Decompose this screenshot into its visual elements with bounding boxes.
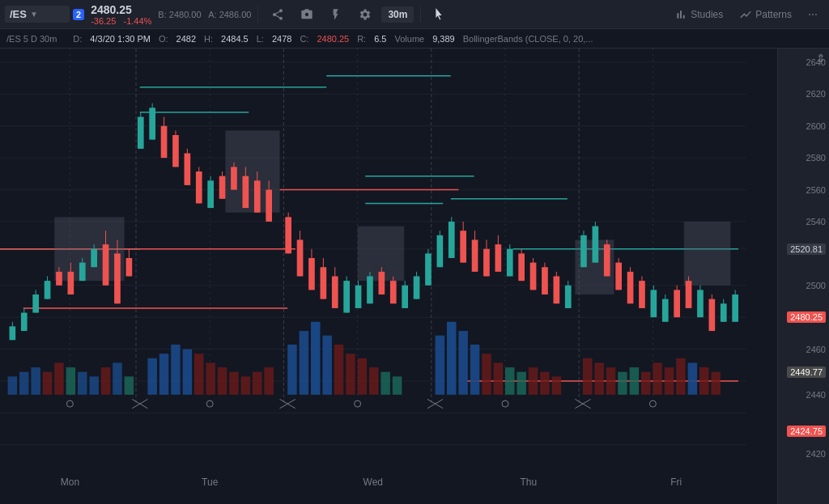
svg-rect-154 [379,272,385,294]
high-val: 2484.5 [221,34,249,44]
chart-canvas[interactable]: Mon Tue Wed Thu Fri [0,49,777,504]
price-2440: 2440 [806,390,826,400]
svg-rect-71 [470,345,480,395]
price-change: -36.25 -1.44% [91,16,151,26]
symbol-text: /ES [10,8,27,20]
price-2420: 2420 [806,449,826,459]
studies-button[interactable]: Studies [668,5,729,24]
svg-rect-162 [425,253,432,285]
svg-rect-208 [697,290,704,317]
svg-rect-170 [472,239,478,271]
svg-rect-110 [114,253,121,303]
svg-rect-85 [653,362,662,394]
price-2600: 2600 [806,121,826,131]
svg-rect-120 [172,135,179,167]
svg-rect-94 [21,313,28,332]
bid-ask-display: B: 2480.00 A: 2486.00 [158,10,251,19]
svg-rect-67 [393,376,402,395]
sep1 [257,6,258,23]
svg-rect-89 [699,367,709,395]
gear-icon [359,8,372,21]
svg-rect-62 [334,345,344,395]
svg-rect-174 [495,244,502,272]
share-button[interactable] [265,5,291,24]
svg-rect-118 [161,126,168,158]
settings-button[interactable] [352,5,378,24]
svg-rect-114 [138,116,144,148]
svg-rect-40 [54,362,64,394]
dropdown-icon: ▼ [30,10,38,19]
svg-rect-200 [651,290,657,317]
svg-rect-41 [66,367,76,395]
svg-rect-64 [358,358,368,395]
svg-rect-112 [126,258,133,277]
more-button[interactable]: ⋯ [801,6,824,23]
svg-rect-142 [308,258,315,290]
svg-rect-58 [287,345,297,395]
svg-rect-72 [482,354,491,395]
svg-rect-46 [125,376,134,395]
price-axis: 2640 2620 2600 2580 2560 2540 2520.81 25… [777,49,829,504]
svg-rect-57 [264,367,274,395]
svg-rect-168 [460,231,466,262]
svg-rect-166 [449,222,455,258]
svg-rect-38 [31,367,40,395]
svg-rect-146 [332,277,338,308]
day-label-fri: Fri [670,476,682,488]
svg-rect-122 [185,153,191,184]
svg-rect-39 [43,372,53,395]
svg-rect-104 [79,263,86,282]
svg-rect-144 [321,267,327,299]
sep2 [420,6,421,23]
svg-rect-102 [68,272,74,294]
svg-rect-138 [285,217,291,253]
open-val: 2482 [176,34,196,44]
svg-rect-204 [674,290,680,317]
svg-rect-65 [369,367,379,395]
svg-rect-82 [618,372,627,395]
cursor-icon [434,8,447,21]
scale-icon[interactable]: ⇕ [816,52,826,65]
svg-rect-45 [113,362,122,394]
svg-rect-56 [253,372,262,395]
price-2460: 2460 [806,345,826,354]
current-price: 2480.25 [91,3,151,16]
svg-rect-148 [343,281,350,312]
svg-rect-136 [266,190,272,222]
svg-rect-96 [32,294,39,313]
high-label: H: [204,34,213,44]
svg-rect-206 [686,281,692,308]
svg-rect-214 [732,294,738,322]
screenshot-button[interactable] [294,5,320,24]
svg-rect-80 [594,362,604,394]
svg-rect-79 [583,358,593,395]
patterns-button[interactable]: Patterns [733,5,798,24]
svg-rect-108 [103,244,109,286]
zone-box-5 [684,222,731,286]
alert-button[interactable] [323,5,349,24]
studies-icon [674,8,687,21]
svg-rect-98 [45,281,51,299]
svg-rect-186 [565,286,572,308]
svg-rect-51 [194,354,204,395]
svg-rect-156 [390,281,397,303]
svg-rect-37 [19,372,29,395]
r-label: R: [357,34,366,44]
svg-rect-202 [662,299,669,322]
svg-rect-54 [229,372,239,395]
price-2480-red: 2480.25 [787,311,826,323]
symbol-selector[interactable]: /ES ▼ [5,6,70,23]
timeframe-button[interactable]: 30m [381,6,414,23]
cursor-button[interactable] [427,5,453,24]
svg-rect-192 [604,244,610,276]
price-2620: 2620 [806,89,826,99]
date-label: D: [73,34,82,44]
svg-rect-140 [297,239,304,276]
svg-rect-130 [231,167,237,189]
svg-rect-178 [518,253,525,281]
day-label-thu: Thu [520,476,537,488]
svg-rect-212 [721,303,727,322]
svg-rect-69 [447,322,457,395]
svg-rect-128 [219,176,226,199]
svg-rect-134 [254,180,261,212]
